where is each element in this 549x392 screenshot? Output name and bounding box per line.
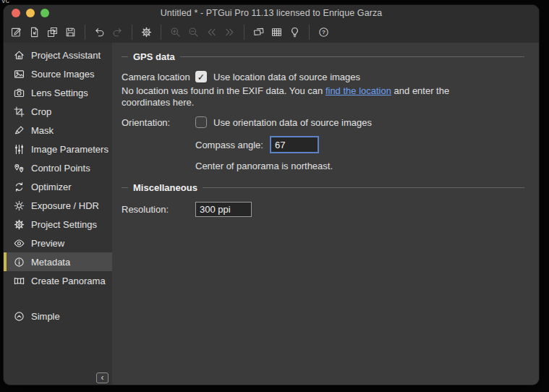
pano-editor-icon: [252, 26, 265, 38]
lamp-icon: [289, 26, 301, 38]
sidebar-item-label: Project Assistant: [31, 50, 101, 61]
section-rule: [203, 187, 524, 188]
sidebar-item-project-settings[interactable]: Project Settings: [4, 215, 112, 234]
prev-icon: [205, 26, 218, 38]
sidebar-item-label: Crop: [31, 106, 51, 117]
toolbar-undo-button[interactable]: [90, 23, 108, 41]
toolbar-next-image-button[interactable]: [221, 23, 239, 41]
resolution-input[interactable]: [195, 202, 252, 217]
image-icon: [13, 68, 25, 80]
save-icon: [64, 26, 77, 38]
svg-text:?: ?: [322, 29, 325, 35]
exif-note-before: No location was found in the EXIF data. …: [122, 85, 323, 96]
sidebar-item-label: Simple: [31, 311, 60, 322]
toolbar-add-images-button[interactable]: [43, 23, 61, 41]
sidebar-item-source-images[interactable]: Source Images: [4, 64, 112, 83]
sidebar-item-simple[interactable]: Simple: [4, 307, 112, 325]
exif-note: No location was found in the EXIF data. …: [122, 85, 456, 108]
section-rule: [122, 187, 128, 188]
gear-icon: [140, 26, 153, 38]
toolbar-help-button[interactable]: ?: [315, 23, 333, 41]
home-icon: [13, 49, 25, 61]
sidebar-item-create-panorama[interactable]: Create Panorama: [4, 271, 112, 290]
toolbar-redo-button[interactable]: [108, 23, 127, 41]
sidebar-item-label: Project Settings: [31, 219, 97, 230]
ptgui-window: Untitled * - PTGui Pro 11.13 licensed to…: [4, 5, 539, 385]
zoom-out-icon: [187, 26, 200, 38]
misc-section-title: Miscellaneous: [133, 182, 197, 193]
sidebar-item-label: Optimizer: [31, 182, 72, 192]
orientation-row: Orientation: Use orientation data of sou…: [122, 116, 524, 128]
sidebar-item-project-assistant[interactable]: Project Assistant: [4, 46, 112, 64]
toolbar-zoom-out-button[interactable]: [184, 23, 203, 41]
toolbar-separator: [244, 25, 244, 40]
sidebar: Project AssistantSource ImagesLens Setti…: [4, 43, 112, 385]
desktop-background: vc Untitled * - PTGui Pro 11.13 licensed…: [0, 0, 549, 392]
toolbar-preview-lamp-button[interactable]: [286, 23, 304, 41]
collapse-sidebar-button[interactable]: ‹: [96, 372, 108, 383]
chevron-up-circle-icon: [13, 310, 25, 323]
sidebar-item-control-points[interactable]: Control Points: [4, 158, 112, 177]
resolution-row: Resolution:: [122, 202, 524, 217]
toolbar-detail-viewer-button[interactable]: [268, 23, 286, 41]
gear-icon: [13, 218, 25, 231]
open-project-icon: [28, 26, 41, 38]
undo-icon: [93, 26, 106, 38]
find-location-link[interactable]: find the location: [325, 85, 391, 96]
use-location-checkbox[interactable]: ✓: [195, 71, 207, 82]
sidebar-item-label: Create Panorama: [31, 276, 106, 286]
camera-location-row: Camera location ✓ Use location data of s…: [122, 71, 524, 82]
camera-icon: [13, 87, 25, 99]
toolbar-separator: [161, 25, 161, 40]
next-icon: [224, 26, 236, 38]
sidebar-item-metadata[interactable]: Metadata: [4, 252, 112, 271]
grid-icon: [271, 26, 283, 38]
misc-section-header: Miscellaneous: [122, 182, 524, 193]
resolution-label: Resolution:: [122, 204, 195, 215]
title-bar[interactable]: Untitled * - PTGui Pro 11.13 licensed to…: [4, 5, 539, 21]
compass-angle-label: Compass angle:: [195, 140, 263, 150]
toolbar-separator: [309, 25, 310, 40]
minimize-button[interactable]: [26, 9, 35, 17]
toolbar-new-project-button[interactable]: [7, 23, 25, 41]
eye-icon: [13, 237, 25, 250]
sidebar-item-exposure-hdr[interactable]: Exposure / HDR: [4, 196, 112, 215]
toolbar-panorama-editor-button[interactable]: [250, 23, 268, 41]
compass-note: Center of panorama is northeast.: [195, 161, 524, 171]
toolbar-settings-button[interactable]: [137, 23, 156, 41]
section-rule: [180, 56, 524, 57]
sidebar-item-optimizer[interactable]: Optimizer: [4, 177, 112, 196]
window-body: Project AssistantSource ImagesLens Setti…: [4, 43, 539, 385]
sidebar-item-label: Image Parameters: [31, 144, 108, 155]
compass-angle-row: Compass angle:: [195, 136, 524, 153]
selected-indicator: [4, 252, 7, 271]
sidebar-item-label: Preview: [31, 238, 64, 249]
use-orientation-label: Use orientation data of source images: [213, 117, 372, 128]
zoom-button[interactable]: [41, 9, 49, 17]
crop-icon: [13, 106, 25, 118]
orientation-label: Orientation:: [122, 117, 195, 128]
toolbar-zoom-in-button[interactable]: [166, 23, 184, 41]
sidebar-item-label: Metadata: [31, 257, 70, 268]
use-orientation-checkbox[interactable]: [195, 116, 207, 128]
toolbar-save-project-button[interactable]: [61, 23, 80, 41]
sidebar-item-mask[interactable]: Mask: [4, 121, 112, 140]
sidebar-item-crop[interactable]: Crop: [4, 102, 112, 121]
toolbar: ?: [4, 21, 539, 43]
use-location-label: Use location data of source images: [213, 72, 360, 82]
toolbar-previous-image-button[interactable]: [203, 23, 221, 41]
sidebar-item-label: Control Points: [31, 163, 90, 174]
sidebar-item-image-parameters[interactable]: Image Parameters: [4, 140, 112, 158]
gps-section-title: GPS data: [133, 51, 175, 62]
close-button[interactable]: [12, 9, 20, 17]
toolbar-open-project-button[interactable]: [25, 23, 43, 41]
sidebar-item-preview[interactable]: Preview: [4, 234, 112, 252]
sun-icon: [13, 200, 25, 212]
camera-location-label: Camera location: [122, 72, 195, 82]
compass-angle-input[interactable]: [270, 136, 319, 153]
panorama-icon: [13, 275, 25, 287]
sidebar-item-label: Exposure / HDR: [31, 200, 99, 211]
help-icon: ?: [318, 26, 330, 38]
sidebar-item-lens-settings[interactable]: Lens Settings: [4, 83, 112, 102]
sidebar-item-label: Source Images: [31, 69, 94, 80]
